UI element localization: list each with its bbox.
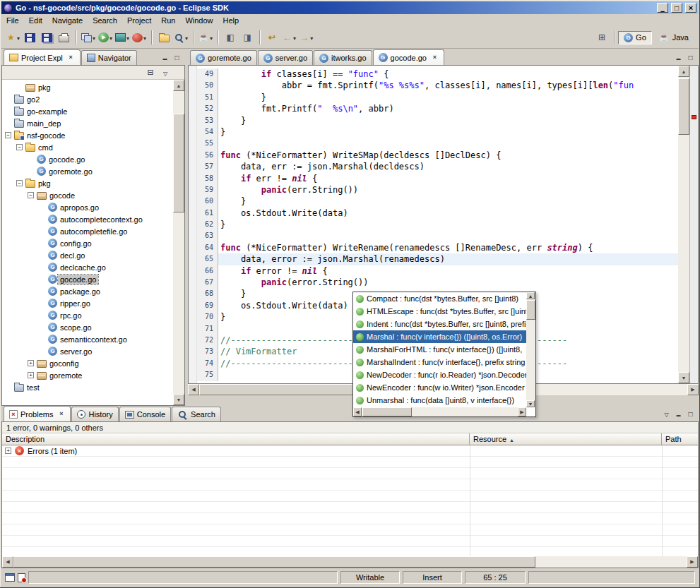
titlebar[interactable]: Go - nsf-gocode/src/pkg/gocode/gocode.go… (1, 1, 699, 14)
autocomplete-item[interactable]: MarshalIndent : func(v interface{}, pref… (353, 356, 526, 368)
tree-item-goconfig[interactable]: goconfig (2, 357, 173, 369)
tree-item-nsf-gocode[interactable]: nsf-gocode (2, 129, 173, 141)
maximize-view-button[interactable] (684, 409, 696, 419)
maximize-editor-button[interactable] (684, 52, 696, 63)
open-folder-button[interactable] (155, 29, 172, 46)
autocomplete-item[interactable]: NewDecoder : func(r io.Reader) *json.Dec… (353, 368, 526, 381)
tree-item-semanticcontext-go[interactable]: semanticcontext.go (2, 333, 173, 345)
minimize-view-button[interactable] (672, 409, 684, 419)
tree-item-goremote[interactable]: goremote (2, 369, 173, 381)
collapse-all-button[interactable] (144, 67, 157, 78)
menu-project[interactable]: Project (122, 15, 156, 26)
tree-item-decl-go[interactable]: decl.go (2, 249, 173, 261)
scroll-left-button[interactable] (353, 407, 362, 416)
minimize-button[interactable] (657, 3, 668, 13)
perspective-java[interactable]: Java (653, 30, 694, 44)
expander-icon[interactable] (28, 360, 34, 366)
open-perspective-button[interactable] (593, 29, 610, 46)
fast-view-icon[interactable] (5, 573, 15, 582)
scroll-down-button[interactable] (678, 372, 689, 383)
scroll-left-button[interactable] (188, 384, 199, 395)
maximize-button[interactable] (671, 3, 682, 13)
open-type-button[interactable] (222, 29, 239, 46)
new-java-button[interactable] (197, 29, 214, 46)
autocomplete-item[interactable]: NewEncoder : func(w io.Writer) *json.Enc… (353, 381, 526, 394)
coverage-button[interactable] (114, 29, 131, 46)
tree-item-scope-go[interactable]: scope.go (2, 321, 173, 333)
view-tab-navigator[interactable]: Navigator (81, 50, 137, 65)
popup-horizontal-scrollbar[interactable] (353, 407, 526, 416)
minimize-view-button[interactable] (159, 52, 171, 63)
scroll-up-button[interactable] (526, 292, 535, 299)
tree-item-apropos-go[interactable]: apropos.go (2, 201, 173, 213)
expander-icon[interactable] (5, 448, 11, 454)
scroll-thumb[interactable] (526, 300, 535, 320)
menu-run[interactable]: Run (156, 15, 180, 26)
tree-item-test[interactable]: test (2, 381, 173, 393)
editor-tab-gocode-go[interactable]: gocode.go (373, 49, 444, 65)
autocomplete-item[interactable]: Indent : func(dst *bytes.Buffer, src []u… (353, 318, 526, 330)
column-description[interactable]: Description (2, 433, 470, 445)
menu-navigate[interactable]: Navigate (47, 15, 88, 26)
menu-edit[interactable]: Edit (24, 15, 47, 26)
view-tab-console[interactable]: Console (119, 407, 171, 421)
minimize-editor-button[interactable] (672, 52, 684, 63)
scroll-thumb[interactable] (173, 114, 184, 212)
view-tab-history[interactable]: History (71, 407, 118, 421)
problems-row[interactable]: Errors (1 item) (2, 445, 698, 457)
debug-button[interactable] (80, 29, 97, 46)
expander-icon[interactable] (16, 180, 23, 186)
scroll-left-button[interactable] (2, 556, 13, 568)
back-button[interactable] (280, 29, 297, 46)
scroll-right-button[interactable] (518, 407, 526, 416)
tree-item-ripper-go[interactable]: ripper.go (2, 297, 173, 309)
view-tab-project-expl[interactable]: Project Expl (4, 49, 81, 65)
tree-item-config-go[interactable]: config.go (2, 237, 173, 249)
scroll-thumb[interactable] (678, 78, 689, 135)
tree-scrollbar[interactable] (173, 80, 184, 405)
close-icon[interactable] (431, 54, 439, 61)
tree-item-gocode-go[interactable]: gocode.go (2, 153, 173, 165)
view-menu-button[interactable] (159, 67, 172, 78)
open-resource-button[interactable] (239, 29, 256, 46)
close-icon[interactable] (67, 54, 75, 61)
popup-vertical-scrollbar[interactable] (526, 292, 535, 407)
error-marker[interactable] (692, 115, 696, 119)
editor-tab-server-go[interactable]: server.go (258, 50, 313, 65)
expander-icon[interactable] (5, 132, 11, 138)
scroll-right-button[interactable] (687, 556, 698, 568)
editor-tab-goremote-go[interactable]: goremote.go (190, 50, 257, 65)
problems-horizontal-scrollbar[interactable] (2, 556, 698, 568)
menu-help[interactable]: Help (218, 15, 244, 26)
tree-item-cmd[interactable]: cmd (2, 141, 173, 153)
scroll-down-button[interactable] (526, 400, 535, 407)
tree-item-main-dep[interactable]: main_dep (2, 117, 173, 129)
editor-vertical-scrollbar[interactable] (678, 66, 689, 383)
tree-item-rpc-go[interactable]: rpc.go (2, 309, 173, 321)
print-button[interactable] (55, 29, 72, 46)
scroll-thumb[interactable] (362, 407, 412, 416)
menu-window[interactable]: Window (180, 15, 218, 26)
autocomplete-item[interactable]: Unmarshal : func(data []uint8, v interfa… (353, 394, 526, 407)
tree-item-gocode-go[interactable]: gocode.go (2, 273, 173, 285)
scroll-down-button[interactable] (173, 394, 184, 405)
expander-icon[interactable] (28, 372, 34, 378)
tree-item-package-go[interactable]: package.go (2, 285, 173, 297)
scroll-thumb[interactable] (13, 556, 535, 568)
perspective-go[interactable]: Go (618, 31, 652, 44)
maximize-view-button[interactable] (171, 52, 183, 63)
last-edit-button[interactable] (263, 29, 280, 46)
new-button[interactable] (4, 29, 21, 46)
tree-item-goremote-go[interactable]: goremote.go (2, 165, 173, 177)
save-button[interactable] (21, 29, 38, 46)
error-log-icon[interactable] (18, 573, 25, 582)
tree-item-pkg[interactable]: pkg (2, 177, 173, 189)
autocomplete-item[interactable]: Marshal : func(v interface{}) ([]uint8, … (353, 330, 526, 343)
autocomplete-item[interactable]: Compact : func(dst *bytes.Buffer, src []… (353, 292, 526, 305)
view-tab-search[interactable]: Search (172, 407, 221, 421)
autocomplete-item[interactable]: HTMLEscape : func(dst *bytes.Buffer, src… (353, 305, 526, 318)
view-tab-problems[interactable]: Problems (4, 406, 71, 421)
expander-icon[interactable] (28, 192, 34, 198)
save-all-button[interactable] (38, 29, 55, 46)
editor-tab-itworks-go[interactable]: itworks.go (314, 50, 372, 65)
